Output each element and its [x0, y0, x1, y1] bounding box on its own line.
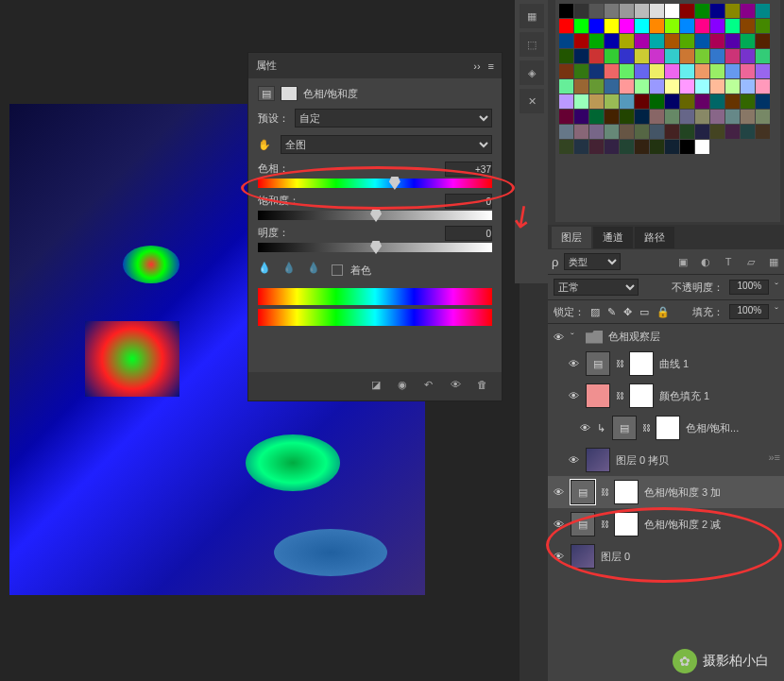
lock-position-icon[interactable]: ✥ [623, 306, 632, 318]
swatch[interactable] [620, 140, 634, 154]
mask-thumb[interactable] [656, 416, 680, 440]
swatch[interactable] [665, 140, 679, 154]
hue-slider[interactable] [258, 179, 492, 188]
swatch[interactable] [650, 94, 664, 109]
adjustment-thumb[interactable]: ▤ [571, 512, 595, 536]
colorize-checkbox[interactable] [332, 264, 343, 276]
swatch[interactable] [589, 79, 604, 94]
swatch[interactable] [710, 110, 724, 124]
tab-channels[interactable]: 通道 [593, 227, 633, 248]
swatch[interactable] [605, 4, 619, 18]
layer-row[interactable]: 👁 ▤ ⛓ 色相/饱和度 2 减 [548, 508, 784, 540]
adjustment-thumb[interactable]: ▤ [571, 480, 595, 504]
visibility-toggle[interactable]: 👁 [552, 518, 565, 531]
swatch[interactable] [650, 34, 664, 48]
adjustment-type-icon[interactable]: ▤ [258, 86, 275, 101]
swatch[interactable] [650, 110, 664, 124]
swatch[interactable] [680, 34, 694, 48]
swatch[interactable] [756, 34, 770, 48]
swatch[interactable] [756, 4, 770, 18]
swatch[interactable] [680, 4, 694, 18]
swatch[interactable] [741, 34, 755, 48]
swatch[interactable] [589, 49, 604, 63]
swatch[interactable] [574, 34, 588, 48]
swatch[interactable] [725, 79, 740, 94]
swatch[interactable] [756, 94, 770, 109]
eyedropper-add-icon[interactable]: 💧 [282, 262, 299, 279]
layer-group[interactable]: 👁 ˇ 色相观察层 [548, 326, 784, 348]
swatch[interactable] [741, 110, 755, 124]
swatch[interactable] [559, 4, 573, 18]
filter-pixel-icon[interactable]: ▣ [676, 255, 690, 268]
layer-row[interactable]: 👁 ▤ ⛓ 曲线 1 [548, 348, 784, 380]
swatch[interactable] [695, 140, 709, 154]
mask-thumb[interactable] [629, 383, 654, 408]
swatch[interactable] [620, 19, 634, 33]
swatch[interactable] [559, 49, 573, 63]
swatch[interactable] [741, 19, 755, 33]
swatch[interactable] [635, 125, 649, 139]
swatch[interactable] [559, 110, 573, 124]
swatch[interactable] [741, 79, 755, 94]
swatch[interactable] [559, 94, 573, 109]
swatch[interactable] [620, 64, 634, 78]
visibility-toggle[interactable]: 👁 [578, 421, 591, 434]
swatch[interactable] [710, 79, 724, 94]
swatch[interactable] [559, 79, 573, 94]
swatch[interactable] [574, 4, 588, 18]
blend-mode-select[interactable]: 正常 [554, 279, 639, 296]
swatch[interactable] [665, 64, 679, 78]
swatch[interactable] [574, 94, 588, 109]
swatch[interactable] [589, 140, 604, 154]
hue-value-input[interactable] [445, 162, 492, 177]
swatch[interactable] [650, 64, 664, 78]
lightness-value-input[interactable] [445, 226, 492, 241]
swatch[interactable] [650, 79, 664, 94]
visibility-toggle[interactable]: 👁 [552, 550, 565, 563]
swatch[interactable] [635, 140, 649, 154]
trash-icon[interactable]: 🗑 [477, 379, 492, 394]
swatch[interactable] [665, 34, 679, 48]
preset-select[interactable]: 自定 [295, 109, 492, 128]
expand-arrow-icon[interactable]: ˇ [571, 332, 580, 343]
swatch[interactable] [574, 125, 588, 139]
tab-layers[interactable]: 图层 [552, 227, 591, 248]
filter-type-icon[interactable]: T [722, 255, 735, 268]
swatch[interactable] [680, 19, 694, 33]
swatch[interactable] [665, 49, 679, 63]
lightness-slider[interactable] [258, 243, 492, 252]
swatch[interactable] [665, 125, 679, 139]
swatch[interactable] [605, 110, 619, 124]
swatch[interactable] [695, 94, 709, 109]
swatch[interactable] [665, 110, 679, 124]
collapse-icon[interactable]: ›› [473, 60, 480, 72]
swatch[interactable] [680, 125, 694, 139]
link-icon[interactable]: ⛓ [616, 389, 623, 402]
visibility-toggle[interactable]: 👁 [567, 453, 580, 467]
swatch[interactable] [695, 125, 709, 139]
swatch[interactable] [559, 34, 573, 48]
swatch[interactable] [635, 79, 649, 94]
tool-icon[interactable]: ◈ [520, 60, 544, 85]
swatch[interactable] [756, 64, 770, 78]
swatch[interactable] [665, 79, 679, 94]
swatch[interactable] [710, 34, 724, 48]
swatch[interactable] [620, 79, 634, 94]
swatch[interactable] [605, 94, 619, 109]
swatch[interactable] [756, 79, 770, 94]
swatch[interactable] [559, 64, 573, 78]
swatch[interactable] [756, 125, 770, 139]
tab-paths[interactable]: 路径 [635, 227, 674, 248]
swatch[interactable] [725, 64, 740, 78]
menu-icon[interactable]: ≡ [488, 60, 494, 72]
layer-name[interactable]: 色相/饱和度 3 加 [644, 485, 721, 500]
swatch[interactable] [725, 19, 740, 33]
link-icon[interactable]: ⛓ [601, 518, 608, 531]
swatch[interactable] [695, 49, 709, 63]
swatch[interactable] [741, 4, 755, 18]
swatch[interactable] [559, 19, 573, 33]
layer-name[interactable]: 色相观察层 [608, 330, 660, 344]
tool-icon[interactable]: ✕ [520, 89, 544, 113]
swatch[interactable] [680, 64, 694, 78]
layer-name[interactable]: 颜色填充 1 [659, 389, 709, 403]
